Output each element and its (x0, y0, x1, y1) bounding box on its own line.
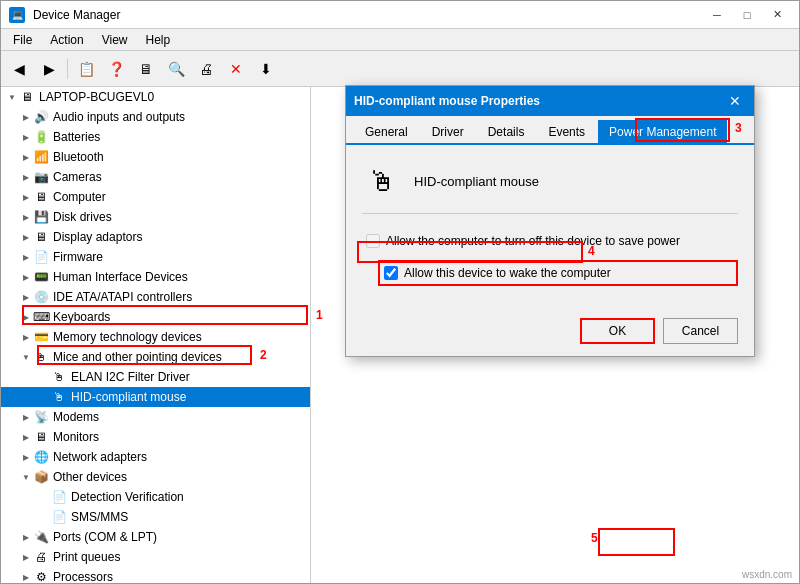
hid-icon: 📟 (33, 269, 49, 285)
tree-item-monitors[interactable]: ▶ 🖥 Monitors (1, 427, 310, 447)
menu-help[interactable]: Help (138, 31, 179, 49)
dialog-title-bar: HID-compliant mouse Properties ✕ (346, 86, 754, 116)
bluetooth-expander: ▶ (19, 150, 33, 164)
ports-expander: ▶ (19, 530, 33, 544)
tree-item-modems[interactable]: ▶ 📡 Modems (1, 407, 310, 427)
ports-label: Ports (COM & LPT) (53, 530, 157, 544)
print-icon: 🖨 (33, 549, 49, 565)
title-controls: ─ □ ✕ (703, 5, 791, 25)
tree-item-keyboards[interactable]: ▶ ⌨ Keyboards (1, 307, 310, 327)
display-label: Display adaptors (53, 230, 142, 244)
processors-expander: ▶ (19, 570, 33, 583)
tree-item-sms[interactable]: ▶ 📄 SMS/MMS (1, 507, 310, 527)
computer-label: Computer (53, 190, 106, 204)
tree-item-bluetooth[interactable]: ▶ 📶 Bluetooth (1, 147, 310, 167)
tree-item-processors[interactable]: ▶ ⚙ Processors (1, 567, 310, 583)
keyboards-icon: ⌨ (33, 309, 49, 325)
tree-item-detection[interactable]: ▶ 📄 Detection Verification (1, 487, 310, 507)
tree-item-mice[interactable]: ▼ 🖱 Mice and other pointing devices (1, 347, 310, 367)
computer-tree-icon: 🖥 (33, 189, 49, 205)
hid-expander: ▶ (19, 270, 33, 284)
dialog-close-button[interactable]: ✕ (724, 90, 746, 112)
menu-action[interactable]: Action (42, 31, 91, 49)
batteries-label: Batteries (53, 130, 100, 144)
hid-mouse-label: HID-compliant mouse (71, 390, 186, 404)
tree-root[interactable]: ▼ 🖥 LAPTOP-BCUGEVL0 (1, 87, 310, 107)
cameras-expander: ▶ (19, 170, 33, 184)
back-button[interactable]: ◀ (5, 55, 33, 83)
batteries-expander: ▶ (19, 130, 33, 144)
tab-general[interactable]: General (354, 120, 419, 143)
forward-button[interactable]: ▶ (35, 55, 63, 83)
tree-item-display[interactable]: ▶ 🖥 Display adaptors (1, 227, 310, 247)
tree-item-other[interactable]: ▼ 📦 Other devices (1, 467, 310, 487)
root-expander: ▼ (5, 90, 19, 104)
maximize-button[interactable]: □ (733, 5, 761, 25)
audio-icon: 🔊 (33, 109, 49, 125)
modems-icon: 📡 (33, 409, 49, 425)
tab-details[interactable]: Details (477, 120, 536, 143)
properties-button[interactable]: 📋 (72, 55, 100, 83)
power-option1-checkbox[interactable] (366, 234, 380, 248)
hid-mouse-icon: 🖱 (51, 389, 67, 405)
disk-icon: 💾 (33, 209, 49, 225)
audio-label: Audio inputs and outputs (53, 110, 185, 124)
memory-label: Memory technology devices (53, 330, 202, 344)
tree-item-computer[interactable]: ▶ 🖥 Computer (1, 187, 310, 207)
modems-label: Modems (53, 410, 99, 424)
monitors-label: Monitors (53, 430, 99, 444)
mice-icon: 🖱 (33, 349, 49, 365)
disk-label: Disk drives (53, 210, 112, 224)
window-title: Device Manager (33, 8, 695, 22)
tree-item-cameras[interactable]: ▶ 📷 Cameras (1, 167, 310, 187)
tree-item-elan[interactable]: ▶ 🖱 ELAN I2C Filter Driver (1, 367, 310, 387)
hid-label: Human Interface Devices (53, 270, 188, 284)
update-button[interactable]: ⬇ (252, 55, 280, 83)
show-hidden-button[interactable]: 🖥 (132, 55, 160, 83)
tab-events[interactable]: Events (537, 120, 596, 143)
device-mouse-icon: 🖱 (362, 161, 402, 201)
cancel-button[interactable]: Cancel (663, 318, 738, 344)
tree-item-audio[interactable]: ▶ 🔊 Audio inputs and outputs (1, 107, 310, 127)
remove-button[interactable]: ✕ (222, 55, 250, 83)
menu-view[interactable]: View (94, 31, 136, 49)
tab-power-management[interactable]: Power Management (598, 120, 727, 143)
tree-item-disk[interactable]: ▶ 💾 Disk drives (1, 207, 310, 227)
other-expander: ▼ (19, 470, 33, 484)
power-option2-checkbox[interactable] (384, 266, 398, 280)
keyboards-label: Keyboards (53, 310, 110, 324)
root-label: LAPTOP-BCUGEVL0 (39, 90, 154, 104)
tree-item-network[interactable]: ▶ 🌐 Network adapters (1, 447, 310, 467)
tree-item-print[interactable]: ▶ 🖨 Print queues (1, 547, 310, 567)
audio-expander: ▶ (19, 110, 33, 124)
other-icon: 📦 (33, 469, 49, 485)
disk-expander: ▶ (19, 210, 33, 224)
tree-item-firmware[interactable]: ▶ 📄 Firmware (1, 247, 310, 267)
help-button[interactable]: ❓ (102, 55, 130, 83)
tree-item-hid[interactable]: ▶ 📟 Human Interface Devices (1, 267, 310, 287)
power-option1-row: Allow the computer to turn off this devi… (362, 230, 738, 252)
close-button[interactable]: ✕ (763, 5, 791, 25)
sms-label: SMS/MMS (71, 510, 128, 524)
display-icon: 🖥 (33, 229, 49, 245)
tree-item-memory[interactable]: ▶ 💳 Memory technology devices (1, 327, 310, 347)
minimize-button[interactable]: ─ (703, 5, 731, 25)
display-expander: ▶ (19, 230, 33, 244)
tree-item-batteries[interactable]: ▶ 🔋 Batteries (1, 127, 310, 147)
cameras-icon: 📷 (33, 169, 49, 185)
menu-bar: File Action View Help (1, 29, 799, 51)
menu-file[interactable]: File (5, 31, 40, 49)
ide-label: IDE ATA/ATAPI controllers (53, 290, 192, 304)
tab-driver[interactable]: Driver (421, 120, 475, 143)
keyboards-expander: ▶ (19, 310, 33, 324)
elan-label: ELAN I2C Filter Driver (71, 370, 190, 384)
scan-button[interactable]: 🔍 (162, 55, 190, 83)
dialog-body: 🖱 HID-compliant mouse Allow the computer… (346, 145, 754, 310)
firmware-label: Firmware (53, 250, 103, 264)
cameras-label: Cameras (53, 170, 102, 184)
tree-item-hid-mouse[interactable]: ▶ 🖱 HID-compliant mouse (1, 387, 310, 407)
tree-item-ports[interactable]: ▶ 🔌 Ports (COM & LPT) (1, 527, 310, 547)
ok-button[interactable]: OK (580, 318, 655, 344)
tree-item-ide[interactable]: ▶ 💿 IDE ATA/ATAPI controllers (1, 287, 310, 307)
print-button[interactable]: 🖨 (192, 55, 220, 83)
